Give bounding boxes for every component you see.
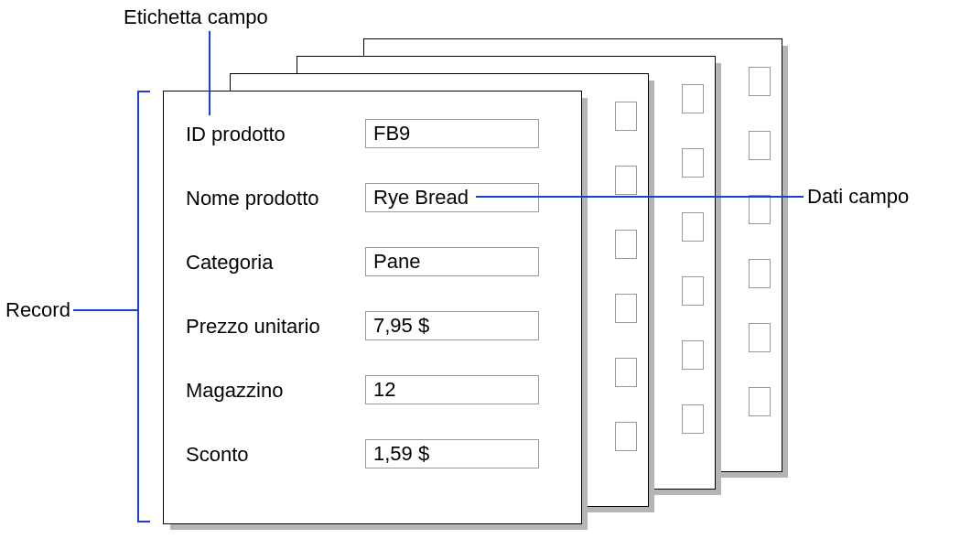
placeholder-field [615, 358, 637, 387]
placeholder-field [749, 323, 771, 352]
placeholder-field [682, 148, 704, 178]
callout-line-record-h [73, 309, 137, 311]
placeholder-field [749, 67, 771, 96]
placeholder-field [749, 195, 771, 224]
field-label: Prezzo unitario [186, 315, 320, 339]
field-value: 12 [365, 375, 539, 404]
callout-line-dati-campo [476, 196, 804, 198]
placeholder-field [749, 259, 771, 288]
placeholder-field [749, 131, 771, 160]
callout-line-etichetta [209, 31, 210, 115]
placeholder-field [749, 387, 771, 416]
field-label: Nome prodotto [186, 187, 319, 210]
placeholder-field [682, 340, 704, 370]
placeholder-field [682, 276, 704, 306]
placeholder-field [615, 166, 637, 195]
record-bracket-bot [137, 521, 150, 522]
annotation-etichetta-campo: Etichetta campo [124, 5, 268, 29]
field-value: Pane [365, 247, 539, 276]
field-value: 7,95 $ [365, 311, 539, 340]
placeholder-field [682, 84, 704, 113]
placeholder-field [615, 102, 637, 131]
placeholder-field [682, 212, 704, 242]
field-value: FB9 [365, 119, 539, 148]
field-label: Sconto [186, 443, 249, 467]
record-bracket-vert [137, 91, 139, 522]
field-label: Magazzino [186, 379, 283, 403]
placeholder-field [615, 294, 637, 323]
record-card-front: ID prodotto FB9 Nome prodotto Rye Bread … [163, 91, 582, 524]
annotation-dati-campo: Dati campo [807, 185, 909, 209]
field-label: Categoria [186, 251, 273, 275]
placeholder-field [682, 404, 704, 434]
annotation-record: Record [5, 298, 70, 322]
field-value-nome-prodotto: Rye Bread [365, 183, 539, 212]
placeholder-field [615, 230, 637, 259]
field-label: ID prodotto [186, 123, 286, 146]
placeholder-field [615, 422, 637, 451]
record-bracket-top [137, 91, 150, 92]
field-value: 1,59 $ [365, 439, 539, 468]
